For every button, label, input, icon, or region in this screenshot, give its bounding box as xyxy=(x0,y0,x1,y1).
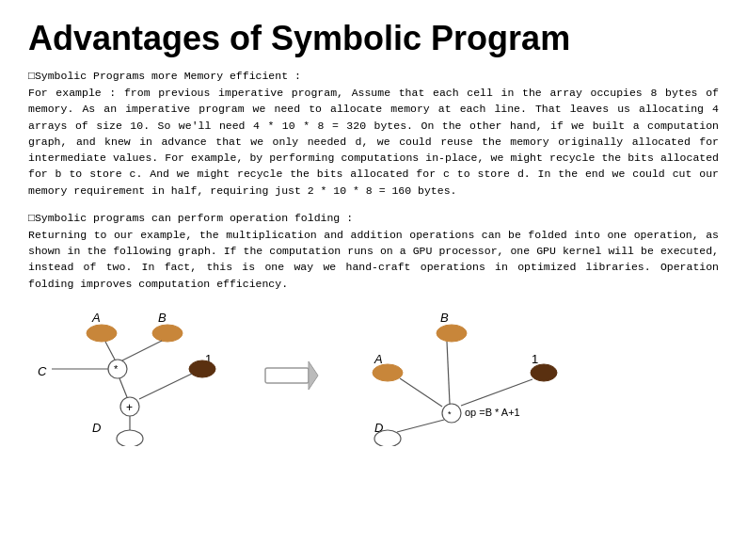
section1-body: For example : from previous imperative p… xyxy=(28,85,719,199)
svg-text:B: B xyxy=(440,311,449,325)
svg-point-9 xyxy=(189,360,215,377)
svg-point-25 xyxy=(437,325,467,342)
svg-line-16 xyxy=(139,374,192,399)
svg-point-5 xyxy=(87,325,117,342)
svg-point-6 xyxy=(152,325,183,342)
svg-text:*: * xyxy=(114,363,119,375)
section1-header: □Symbolic Programs more Memory efficient… xyxy=(28,70,719,82)
section-memory: □Symbolic Programs more Memory efficient… xyxy=(28,70,719,199)
section-folding: □Symbolic programs can perform operation… xyxy=(28,212,719,292)
svg-text:+: + xyxy=(126,401,133,414)
svg-rect-19 xyxy=(265,368,309,383)
svg-text:*: * xyxy=(448,409,452,419)
svg-line-32 xyxy=(447,342,450,404)
svg-text:A: A xyxy=(374,352,383,366)
section2-body: Returning to our example, the multiplica… xyxy=(28,227,719,292)
diagram-area: A B C D 1 * + xyxy=(28,305,719,446)
svg-line-33 xyxy=(400,378,442,407)
svg-line-34 xyxy=(461,379,532,406)
svg-text:B: B xyxy=(158,311,167,325)
right-diagram: A B D 1 * op =B * A+1 xyxy=(339,305,593,446)
svg-point-27 xyxy=(531,364,557,381)
svg-point-12 xyxy=(117,430,143,446)
svg-point-26 xyxy=(373,364,403,381)
svg-text:A: A xyxy=(91,311,101,325)
svg-text:1: 1 xyxy=(532,352,538,366)
svg-line-35 xyxy=(397,420,444,432)
svg-line-13 xyxy=(105,342,115,360)
left-diagram: A B C D 1 * + xyxy=(28,305,245,446)
svg-text:C: C xyxy=(38,364,47,378)
svg-point-28 xyxy=(442,404,461,423)
svg-line-15 xyxy=(119,378,127,397)
svg-text:op =B * A+1: op =B * A+1 xyxy=(465,407,520,418)
svg-line-14 xyxy=(122,341,162,360)
arrow xyxy=(263,357,320,394)
svg-marker-20 xyxy=(309,361,318,390)
svg-text:D: D xyxy=(92,421,101,435)
page-title: Advantages of Symbolic Program xyxy=(28,19,719,58)
section2-header: □Symbolic programs can perform operation… xyxy=(28,212,719,224)
page: Advantages of Symbolic Program □Symbolic… xyxy=(0,0,747,560)
svg-point-30 xyxy=(374,430,401,446)
